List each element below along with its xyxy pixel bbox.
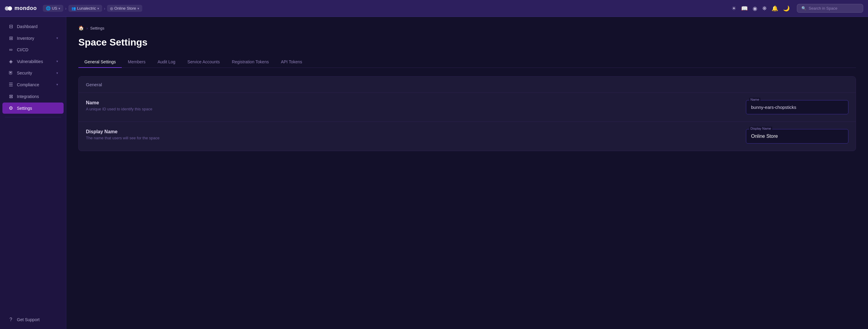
breadcrumb-separator: › bbox=[87, 26, 88, 30]
settings-display-name-input-container: Display Name Online Store bbox=[746, 129, 848, 144]
sidebar-item-label: Get Support bbox=[17, 317, 40, 322]
search-icon: 🔍 bbox=[801, 6, 806, 10]
display-name-field-value: Online Store bbox=[746, 129, 848, 143]
card-section-general: General bbox=[79, 77, 856, 93]
chevron-down-icon bbox=[137, 6, 139, 10]
breadcrumb-lunalectric[interactable]: Lunalectric bbox=[68, 5, 102, 12]
sidebar-item-label: Integrations bbox=[17, 94, 39, 99]
slack-icon[interactable]: ❋ bbox=[762, 5, 767, 12]
integrations-icon: ⊠ bbox=[8, 93, 14, 99]
shield-icon: ⛨ bbox=[8, 70, 14, 76]
bell-icon[interactable]: 🔔 bbox=[772, 5, 778, 12]
breadcrumb-sep-2: › bbox=[104, 6, 105, 11]
sidebar-item-inventory[interactable]: ⊞ Inventory ▾ bbox=[2, 33, 64, 44]
inventory-icon: ⊞ bbox=[8, 35, 14, 41]
breadcrumb-sep-1: › bbox=[65, 6, 67, 11]
name-field[interactable]: Name bunny-ears-chopsticks bbox=[746, 100, 848, 114]
settings-row-display-name: Display Name The name that users will se… bbox=[79, 122, 856, 151]
logo-text: mondoo bbox=[14, 5, 37, 11]
tab-audit-log[interactable]: Audit Log bbox=[152, 56, 181, 68]
sidebar-item-label: Inventory bbox=[17, 36, 34, 41]
sidebar-item-integrations[interactable]: ⊠ Integrations bbox=[2, 91, 64, 102]
sidebar-item-label: CI/CD bbox=[17, 47, 28, 52]
tab-general-settings[interactable]: General Settings bbox=[79, 56, 122, 68]
breadcrumb: 🏠 › Settings bbox=[79, 25, 856, 31]
display-name-field[interactable]: Display Name Online Store bbox=[746, 129, 848, 144]
breadcrumb-current: Settings bbox=[90, 26, 104, 30]
name-field-value: bunny-ears-chopsticks bbox=[746, 100, 848, 114]
sidebar-item-cicd[interactable]: ∞ CI/CD bbox=[2, 44, 64, 55]
store-icon bbox=[110, 6, 113, 10]
settings-card: General Name A unique ID used to identif… bbox=[79, 76, 856, 151]
topnav-breadcrumbs: US › Lunalectric › Online Store bbox=[43, 5, 142, 12]
sun-icon[interactable]: ☀ bbox=[732, 5, 736, 12]
dashboard-icon: ⊟ bbox=[8, 24, 14, 29]
compliance-icon: ☰ bbox=[8, 82, 14, 87]
settings-name-input-container: Name bunny-ears-chopsticks bbox=[746, 100, 848, 114]
book-icon[interactable]: 📖 bbox=[741, 5, 748, 12]
breadcrumb-online-store[interactable]: Online Store bbox=[107, 5, 142, 12]
breadcrumb-us[interactable]: US bbox=[43, 5, 63, 12]
sidebar-item-label: Security bbox=[17, 70, 32, 76]
sidebar-divider bbox=[5, 117, 61, 117]
home-icon[interactable]: 🏠 bbox=[79, 25, 84, 31]
tabs: General Settings Members Audit Log Servi… bbox=[79, 56, 856, 68]
logo-icon bbox=[5, 6, 12, 10]
chevron-down-icon: ▾ bbox=[56, 36, 58, 40]
tab-registration-tokens[interactable]: Registration Tokens bbox=[226, 56, 275, 68]
main-content: 🏠 › Settings Space Settings General Sett… bbox=[66, 17, 868, 329]
sidebar-item-settings[interactable]: ⚙ Settings bbox=[2, 102, 64, 114]
users-icon bbox=[71, 6, 76, 10]
sidebar-item-label: Settings bbox=[17, 106, 32, 111]
tab-api-tokens[interactable]: API Tokens bbox=[275, 56, 308, 68]
sidebar-item-get-support[interactable]: ? Get Support bbox=[2, 314, 64, 325]
sidebar: ⊟ Dashboard ⊞ Inventory ▾ ∞ CI/CD ◈ Vuln… bbox=[0, 17, 66, 329]
settings-row-display-name-label: Display Name The name that users will se… bbox=[86, 129, 746, 140]
sidebar-item-security[interactable]: ⛨ Security ▾ bbox=[2, 67, 64, 79]
vulnerabilities-icon: ◈ bbox=[8, 59, 14, 64]
settings-display-name-title: Display Name bbox=[86, 129, 746, 134]
chevron-down-icon: ▾ bbox=[56, 83, 58, 87]
sidebar-bottom: ? Get Support bbox=[0, 314, 66, 325]
github-icon[interactable]: ◉ bbox=[752, 5, 757, 12]
sidebar-item-label: Vulnerabilities bbox=[17, 59, 43, 64]
sidebar-item-label: Dashboard bbox=[17, 24, 38, 29]
logo[interactable]: mondoo bbox=[5, 5, 37, 11]
page-title: Space Settings bbox=[79, 37, 856, 48]
chevron-down-icon: ▾ bbox=[56, 71, 58, 75]
chevron-down-icon bbox=[59, 6, 60, 10]
topnav-icons: ☀ 📖 ◉ ❋ 🔔 🌙 bbox=[732, 5, 789, 12]
sidebar-item-label: Compliance bbox=[17, 82, 39, 87]
chevron-down-icon bbox=[97, 6, 99, 10]
sidebar-item-compliance[interactable]: ☰ Compliance ▾ bbox=[2, 79, 64, 90]
settings-row-name: Name A unique ID used to identify this s… bbox=[79, 93, 856, 122]
breadcrumb-online-store-label: Online Store bbox=[114, 6, 136, 10]
settings-display-name-description: The name that users will see for the spa… bbox=[86, 136, 746, 140]
main-layout: ⊟ Dashboard ⊞ Inventory ▾ ∞ CI/CD ◈ Vuln… bbox=[0, 17, 868, 329]
settings-icon: ⚙ bbox=[8, 105, 14, 111]
topnav: mondoo US › Lunalectric › Online Store ☀… bbox=[0, 0, 868, 17]
name-field-label: Name bbox=[749, 98, 761, 101]
globe-icon bbox=[46, 6, 51, 10]
breadcrumb-lunalectric-label: Lunalectric bbox=[77, 6, 96, 10]
settings-name-description: A unique ID used to identify this space bbox=[86, 107, 746, 111]
theme-toggle-icon[interactable]: 🌙 bbox=[783, 5, 789, 12]
search-bar[interactable]: 🔍 Search in Space bbox=[797, 4, 863, 13]
search-placeholder: Search in Space bbox=[809, 6, 837, 10]
breadcrumb-us-label: US bbox=[52, 6, 57, 10]
sidebar-item-vulnerabilities[interactable]: ◈ Vulnerabilities ▾ bbox=[2, 56, 64, 67]
sidebar-item-dashboard[interactable]: ⊟ Dashboard bbox=[2, 21, 64, 32]
cicd-icon: ∞ bbox=[8, 47, 14, 53]
tab-service-accounts[interactable]: Service Accounts bbox=[181, 56, 226, 68]
settings-name-title: Name bbox=[86, 100, 746, 106]
display-name-field-label: Display Name bbox=[749, 127, 772, 130]
settings-row-name-label: Name A unique ID used to identify this s… bbox=[86, 100, 746, 111]
support-icon: ? bbox=[8, 317, 14, 322]
tab-members[interactable]: Members bbox=[122, 56, 151, 68]
chevron-down-icon: ▾ bbox=[56, 59, 58, 63]
